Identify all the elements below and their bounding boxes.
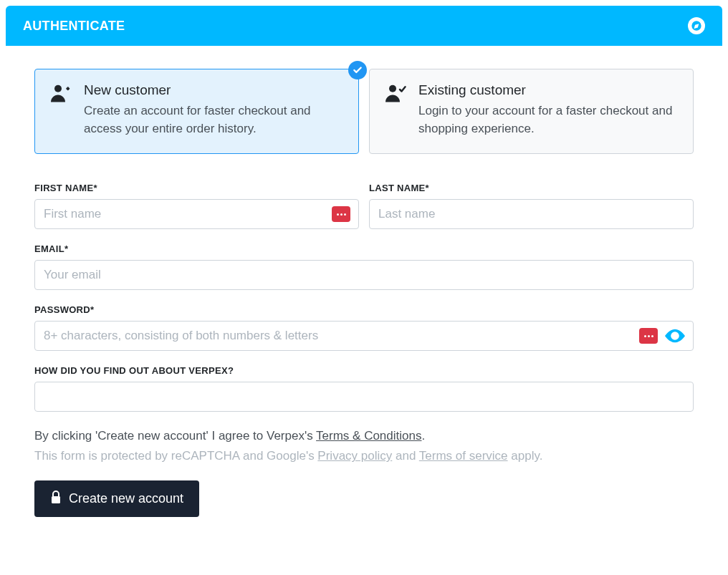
- password-label: PASSWORD*: [34, 304, 694, 315]
- compass-icon[interactable]: [688, 17, 705, 34]
- svg-point-1: [54, 85, 62, 92]
- svg-rect-4: [52, 496, 60, 503]
- card-title: AUTHENTICATE: [23, 19, 125, 34]
- last-name-group: LAST NAME*: [369, 183, 694, 229]
- tos-link[interactable]: Terms of service: [419, 449, 508, 463]
- user-plus-icon: [49, 82, 74, 137]
- lock-icon: [50, 491, 62, 507]
- submit-label: Create new account: [69, 491, 183, 506]
- terms-prefix: By clicking 'Create new account' I agree…: [34, 429, 316, 443]
- privacy-link[interactable]: Privacy policy: [317, 449, 392, 463]
- terms-line: By clicking 'Create new account' I agree…: [34, 429, 694, 443]
- terms-suffix: .: [421, 429, 425, 443]
- svg-point-2: [389, 85, 396, 92]
- first-name-label: FIRST NAME*: [34, 183, 359, 193]
- existing-customer-option[interactable]: Existing customer Login to your account …: [369, 69, 694, 154]
- existing-customer-desc: Login to your account for a faster check…: [418, 102, 679, 137]
- last-name-input[interactable]: [369, 199, 694, 229]
- svg-point-3: [673, 334, 677, 338]
- auth-card: AUTHENTICATE New customer Create an acco…: [6, 6, 722, 546]
- recaptcha-prefix: This form is protected by reCAPTCHA and …: [34, 449, 317, 463]
- password-input[interactable]: [34, 321, 694, 351]
- svg-point-0: [696, 25, 697, 26]
- card-body: New customer Create an account for faste…: [6, 46, 722, 546]
- password-group: PASSWORD*: [34, 304, 694, 351]
- recaptcha-suffix: apply.: [508, 449, 543, 463]
- terms-link[interactable]: Terms & Conditions: [316, 429, 421, 443]
- email-input[interactable]: [34, 260, 694, 290]
- new-customer-text: New customer Create an account for faste…: [84, 82, 344, 137]
- last-name-label: LAST NAME*: [369, 183, 694, 193]
- password-manager-icon[interactable]: [639, 328, 658, 344]
- email-label: EMAIL*: [34, 243, 694, 254]
- new-customer-desc: Create an account for faster checkout an…: [84, 102, 344, 137]
- eye-icon[interactable]: [665, 328, 685, 344]
- findout-group: HOW DID YOU FIND OUT ABOUT VERPEX?: [34, 365, 694, 412]
- new-customer-option[interactable]: New customer Create an account for faste…: [34, 69, 359, 154]
- email-group: EMAIL*: [34, 243, 694, 290]
- check-icon: [348, 61, 367, 79]
- recaptcha-line: This form is protected by reCAPTCHA and …: [34, 449, 694, 463]
- password-manager-icon[interactable]: [332, 206, 350, 222]
- new-customer-title: New customer: [84, 82, 344, 98]
- first-name-group: FIRST NAME*: [34, 183, 359, 229]
- existing-customer-title: Existing customer: [418, 82, 679, 98]
- existing-customer-text: Existing customer Login to your account …: [418, 82, 679, 137]
- name-row: FIRST NAME* LAST NAME*: [34, 183, 694, 229]
- customer-type-row: New customer Create an account for faste…: [34, 69, 694, 154]
- findout-label: HOW DID YOU FIND OUT ABOUT VERPEX?: [34, 365, 694, 376]
- recaptcha-mid: and: [392, 449, 419, 463]
- first-name-input[interactable]: [34, 199, 359, 229]
- user-check-icon: [384, 82, 408, 137]
- card-header: AUTHENTICATE: [6, 6, 722, 46]
- create-account-button[interactable]: Create new account: [34, 480, 199, 517]
- findout-input[interactable]: [34, 382, 694, 412]
